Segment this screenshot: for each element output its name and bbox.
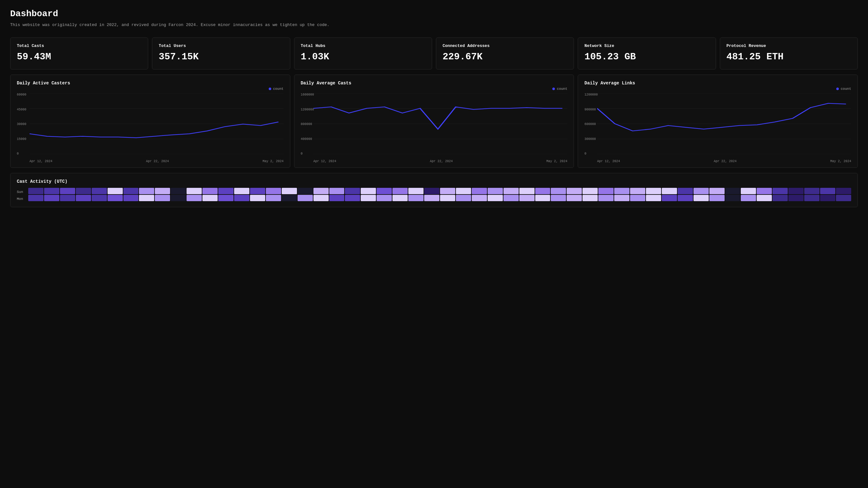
heatmap-cell (614, 188, 629, 194)
stat-card-total-casts: Total Casts 59.43M (10, 37, 148, 70)
chart-svg-0 (30, 93, 284, 154)
chart-wrapper-2: 1200000 900000 600000 300000 0 Apr 12, 2… (584, 93, 851, 163)
heatmap-cell (313, 188, 329, 194)
heatmap-cell (171, 188, 186, 194)
chart-svg-2 (597, 93, 851, 154)
heatmap-cell (187, 188, 202, 194)
heatmap-cell (329, 188, 344, 194)
stat-label-3: Connected Addresses (442, 43, 567, 48)
heatmap-cell (567, 195, 582, 201)
stat-value-0: 59.43M (17, 52, 142, 62)
stat-label-2: Total Hubs (301, 43, 426, 48)
heatmap-cell (203, 188, 218, 194)
chart-title-1: Daily Average Casts (301, 81, 567, 86)
chart-title-2: Daily Average Links (584, 81, 851, 86)
heatmap-cell (456, 188, 471, 194)
heatmap-cell (298, 195, 313, 201)
heatmap-cell (709, 188, 724, 194)
y-axis-2: 1200000 900000 600000 300000 0 (584, 93, 598, 155)
legend-dot-1 (552, 88, 555, 90)
stat-card-protocol-revenue: Protocol Revenue 481.25 ETH (720, 37, 858, 70)
heatmap-cell (107, 195, 123, 201)
heatmap-cell (535, 188, 551, 194)
heatmap-cell (598, 195, 614, 201)
heatmap-cell (234, 195, 249, 201)
heatmap-cell (171, 195, 186, 201)
heatmap-cell (440, 195, 455, 201)
heatmap-cell (377, 195, 392, 201)
stat-value-4: 105.23 GB (584, 52, 709, 62)
heatmap-cell (361, 188, 376, 194)
chart-card-avg-links: Daily Average Links count 1200000 900000… (578, 74, 858, 168)
heatmap-cell (393, 188, 408, 194)
heatmap-cell (60, 195, 75, 201)
heatmap-cell (773, 195, 788, 201)
heatmap-cell (424, 195, 439, 201)
legend-label-0: count (273, 87, 284, 91)
heatmap-cell (440, 188, 455, 194)
heatmap-cell (218, 195, 234, 201)
heatmap-cell (187, 195, 202, 201)
heatmap-cell (788, 195, 804, 201)
stat-value-3: 229.67K (442, 52, 567, 62)
heatmap-cell (757, 195, 772, 201)
legend-dot-0 (269, 88, 271, 90)
stat-value-1: 357.15K (159, 52, 283, 62)
y-axis-1: 1600000 1200000 800000 400000 0 (301, 93, 314, 155)
heatmap-cell (472, 188, 487, 194)
stat-value-2: 1.03K (301, 52, 426, 62)
heatmap-cell (76, 188, 91, 194)
heatmap-cell (662, 188, 677, 194)
heatmap-cell (298, 188, 313, 194)
heatmap-cell (139, 188, 154, 194)
page-subtitle: This website was originally created in 2… (10, 22, 858, 29)
heatmap-row-labels: Sun Mon (17, 188, 26, 203)
heatmap-cell (76, 195, 91, 201)
heatmap-cell (646, 188, 661, 194)
heatmap-cell (424, 188, 439, 194)
row-label-sun: Sun (17, 188, 26, 195)
heatmap-cell (60, 188, 75, 194)
stats-grid: Total Casts 59.43M Total Users 357.15K T… (10, 37, 858, 70)
heatmap-cell (266, 195, 281, 201)
legend-label-1: count (557, 87, 567, 91)
stat-label-5: Protocol Revenue (726, 43, 851, 48)
heatmap-cell (393, 195, 408, 201)
heatmap-title: Cast Activity (UTC) (17, 179, 851, 184)
heatmap-cell (408, 195, 424, 201)
heatmap-cell (155, 195, 170, 201)
heatmap-cell (519, 195, 534, 201)
heatmap-area: Sun Mon (17, 188, 851, 203)
heatmap-cell (218, 188, 234, 194)
stat-label-4: Network Size (584, 43, 709, 48)
heatmap-cell (551, 195, 566, 201)
heatmap-cell (725, 195, 741, 201)
chart-legend-0: count (17, 87, 284, 91)
heatmap-cell (92, 188, 107, 194)
charts-grid: Daily Active Casters count 60000 45000 3… (10, 74, 858, 168)
x-axis-0: Apr 12, 2024 Apr 22, 2024 May 2, 2024 (30, 160, 284, 163)
heatmap-cell (773, 188, 788, 194)
heatmap-cell (139, 195, 154, 201)
heatmap-grid (28, 188, 851, 201)
legend-dot-2 (836, 88, 839, 90)
chart-title-0: Daily Active Casters (17, 81, 284, 86)
heatmap-cell (757, 188, 772, 194)
heatmap-cell (250, 188, 265, 194)
x-axis-1: Apr 12, 2024 Apr 22, 2024 May 2, 2024 (313, 160, 567, 163)
heatmap-cell (678, 188, 693, 194)
heatmap-cell (313, 195, 329, 201)
heatmap-row-0 (28, 188, 851, 194)
heatmap-cell (741, 188, 756, 194)
heatmap-cell (266, 188, 281, 194)
heatmap-cell (519, 188, 534, 194)
stat-card-total-hubs: Total Hubs 1.03K (294, 37, 432, 70)
row-label-mon: Mon (17, 195, 26, 203)
heatmap-cell (535, 195, 551, 201)
stat-card-network-size: Network Size 105.23 GB (578, 37, 716, 70)
heatmap-row-1 (28, 195, 851, 201)
stat-card-total-users: Total Users 357.15K (152, 37, 290, 70)
heatmap-cell (503, 195, 519, 201)
y-axis-0: 60000 45000 30000 15000 0 (17, 93, 26, 155)
heatmap-cell (329, 195, 344, 201)
